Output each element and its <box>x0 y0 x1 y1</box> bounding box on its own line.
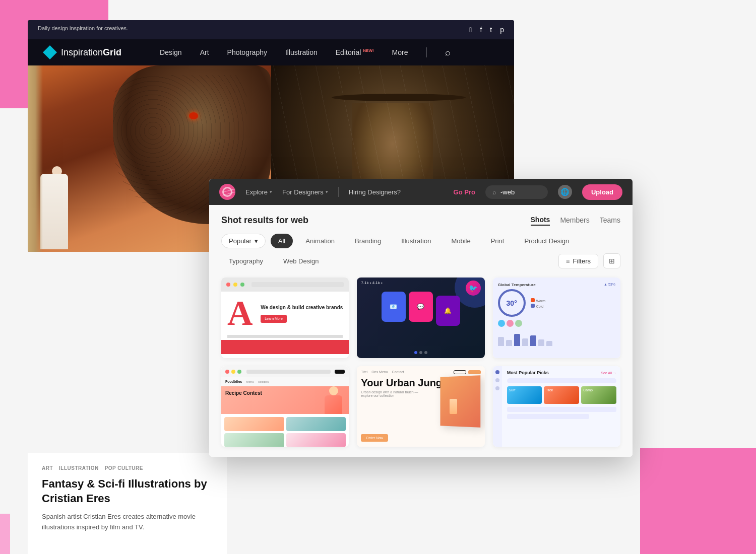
dot-r <box>225 370 229 374</box>
upload-button[interactable]: Upload <box>582 184 622 200</box>
filter-typography[interactable]: Typography <box>221 254 271 268</box>
facebook-icon[interactable]: f <box>480 26 482 34</box>
recipe-card-1 <box>224 417 284 431</box>
chef-body <box>325 395 342 414</box>
dribbble-nav: Explore ▾ For Designers ▾ Hiring Designe… <box>209 179 633 205</box>
column <box>28 65 43 252</box>
woman-dress <box>40 174 68 249</box>
for-designers-button[interactable]: For Designers ▾ <box>282 188 328 196</box>
shot-card-2[interactable]: 7.1k • 4.1k • 🐦 📧 💬 🔔 <box>357 278 484 358</box>
shot6-main-content: Most Popular Picks See All → Surf Tre <box>507 370 616 419</box>
tagline: Daily design inspiration for creatives. <box>38 25 128 31</box>
tab-teams[interactable]: Teams <box>600 216 620 225</box>
card-icon-1: 📧 <box>390 303 397 310</box>
dot-2 <box>419 351 422 354</box>
nav-illustration[interactable]: Illustration <box>285 48 318 56</box>
new-badge: NEW! <box>363 48 373 53</box>
shot-card-4[interactable]: Foodbites Menu Recipes Recipe Contest <box>221 366 349 447</box>
filter-animation[interactable]: Animation <box>298 234 342 248</box>
avatar-3 <box>515 320 522 327</box>
urban-desc: Urban design with a natural touch — expl… <box>361 390 427 397</box>
shot1-headline: We design & build creative brands <box>261 304 343 311</box>
globe-icon[interactable]: 🌐 <box>558 185 572 199</box>
nav-art[interactable]: Art <box>200 48 209 56</box>
filter-web-design[interactable]: Web Design <box>276 254 327 268</box>
search-box[interactable]: ⌕ <box>485 185 548 199</box>
inspiration-nav: InspirationGrid Design Art Photography I… <box>28 39 514 65</box>
chef-figure <box>322 386 345 414</box>
tag-illustration[interactable]: ILLUSTRATION <box>59 465 99 471</box>
tab-shots[interactable]: Shots <box>531 216 550 226</box>
shot5-nav: Titel Ons Menu Contact <box>361 370 480 374</box>
nav-design[interactable]: Design <box>160 48 182 56</box>
shot6-list <box>507 407 616 419</box>
shot2-avatar: 🐦 <box>466 281 481 296</box>
filter-illustration[interactable]: Illustration <box>394 234 438 248</box>
dribbble-logo-inner <box>222 187 232 197</box>
sort-dropdown[interactable]: Popular ▾ <box>221 234 266 248</box>
nav-item-3: Contact <box>392 370 404 374</box>
filter-product-design[interactable]: Product Design <box>517 234 577 248</box>
filter-branding[interactable]: Branding <box>347 234 389 248</box>
tag-popculture[interactable]: POP CULTURE <box>105 465 143 471</box>
shot1-body: A We design & build creative brands Lear… <box>221 292 349 335</box>
filter-all[interactable]: All <box>271 234 293 248</box>
nav-photography[interactable]: Photography <box>227 48 267 56</box>
explore-button[interactable]: Explore ▾ <box>245 188 272 196</box>
search-input[interactable] <box>500 188 541 196</box>
shot4-content: Foodbites Menu Recipes Recipe Contest <box>221 366 349 447</box>
dribbble-logo[interactable] <box>219 184 235 200</box>
instagram-icon[interactable]:  <box>469 26 472 34</box>
shot-thumb-5: Titel Ons Menu Contact Your Urban Jungle… <box>357 366 484 447</box>
sidebar-dot-1 <box>495 370 499 374</box>
shot4-grid <box>221 414 349 447</box>
grid-toggle-button[interactable]: ⊞ <box>603 253 620 268</box>
pinterest-icon[interactable]: p <box>500 26 504 34</box>
shot6-content: Most Popular Picks See All → Surf Tre <box>493 366 620 447</box>
twitter-icon[interactable]: t <box>490 26 492 34</box>
url-bar <box>251 282 344 287</box>
shot-card-1[interactable]: A We design & build creative brands Lear… <box>221 278 349 358</box>
blog-excerpt: Spanish artist Cristian Eres creates alt… <box>42 512 213 533</box>
avatar-1 <box>498 320 505 327</box>
shots-grid: A We design & build creative brands Lear… <box>221 278 620 447</box>
shot-card-5[interactable]: Titel Ons Menu Contact Your Urban Jungle… <box>357 366 484 447</box>
filters-button[interactable]: ≡ Filters <box>558 254 598 268</box>
shot6-top: Most Popular Picks See All → <box>507 370 616 375</box>
shot2-content: 7.1k • 4.1k • 🐦 📧 💬 🔔 <box>357 278 484 358</box>
shot1-text: We design & build creative brands Learn … <box>261 304 343 323</box>
hiring-link[interactable]: Hiring Designers? <box>349 188 401 196</box>
go-pro-button[interactable]: Go Pro <box>454 188 475 196</box>
tag-art[interactable]: ART <box>42 465 53 471</box>
recipe-card-3 <box>224 433 284 447</box>
dot-green <box>240 283 244 287</box>
list-item-2 <box>507 414 589 419</box>
shot1-bottom <box>221 340 349 354</box>
bar-1 <box>498 337 504 346</box>
card-icon-2: 💬 <box>417 303 424 310</box>
item-label-3: Camp <box>581 386 616 394</box>
popular-item-3: Camp <box>581 386 616 404</box>
shot-card-3[interactable]: Global Temperature ▲ 53% 30° Warm Cold <box>493 278 620 358</box>
sidebar-dot-3 <box>495 386 499 390</box>
bar-2 <box>506 340 512 346</box>
shot5-content: Titel Ons Menu Contact Your Urban Jungle… <box>357 366 484 447</box>
pink-decoration-bottom-left <box>0 514 10 554</box>
sidebar-dot-2 <box>495 378 499 382</box>
shot-card-6[interactable]: Most Popular Picks See All → Surf Tre <box>493 366 620 447</box>
filter-mobile[interactable]: Mobile <box>444 234 478 248</box>
nav-editorial[interactable]: Editorial NEW! <box>336 48 374 56</box>
logo-icon <box>43 45 57 59</box>
portrait-hat <box>332 94 465 101</box>
inspiration-logo[interactable]: InspirationGrid <box>43 45 121 59</box>
dragon-eye <box>189 112 198 119</box>
for-designers-chevron: ▾ <box>326 189 328 194</box>
bar-7 <box>546 341 552 347</box>
filter-print[interactable]: Print <box>483 234 512 248</box>
tab-members[interactable]: Members <box>560 216 589 225</box>
dot-1 <box>414 351 417 354</box>
explore-chevron: ▾ <box>270 189 272 194</box>
nav-more[interactable]: More <box>392 48 408 56</box>
shot4-topbar <box>221 366 349 377</box>
nav-search-icon[interactable]: ⌕ <box>445 47 451 58</box>
